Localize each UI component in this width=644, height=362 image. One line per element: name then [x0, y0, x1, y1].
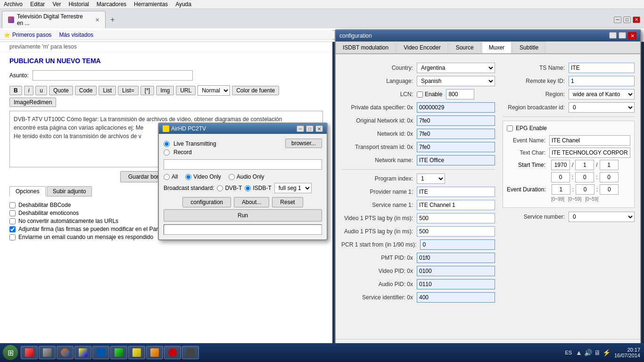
program-index-select[interactable]: 1 [417, 173, 445, 184]
bold-btn[interactable]: B [9, 86, 22, 95]
service-number-select[interactable]: 0 [569, 212, 635, 222]
pmt-pid-input[interactable] [417, 253, 495, 263]
cb-emoticonos[interactable] [9, 210, 16, 216]
menu-ver[interactable]: Ver [52, 1, 61, 8]
tray-icon-battery[interactable]: ⚡ [603, 349, 611, 356]
bookmark-visitados[interactable]: Más visitados [59, 32, 93, 38]
menu-archivo[interactable]: Archivo [4, 1, 23, 8]
config-close-btn[interactable]: ✕ [628, 32, 636, 40]
live-transmitting-radio[interactable] [164, 141, 170, 147]
start-btn[interactable]: ⊞ [3, 345, 18, 360]
about-btn[interactable]: About... [234, 197, 269, 207]
browser-maximize-btn[interactable]: □ [623, 16, 631, 23]
transport-stream-input[interactable] [417, 142, 495, 152]
img-btn[interactable]: Img [156, 86, 174, 95]
dur-hour-input[interactable] [552, 184, 570, 195]
taskbar-item-8[interactable] [164, 346, 181, 359]
tab-subtitle[interactable]: Subtitle [512, 41, 545, 53]
airhd-minimize-btn[interactable]: ─ [297, 125, 304, 132]
all-radio[interactable] [164, 174, 170, 180]
url-btn[interactable]: URL [176, 86, 196, 95]
list-eq-btn[interactable]: List= [118, 86, 139, 95]
asunto-input[interactable] [33, 70, 193, 81]
airhd-close-btn[interactable]: ✕ [315, 125, 323, 132]
clock[interactable]: 20:17 16/07/2014 [614, 347, 640, 358]
audio-pts-input[interactable] [417, 226, 495, 237]
browser-close-btn[interactable]: ✕ [633, 16, 640, 23]
cb-email[interactable] [9, 234, 16, 240]
region-broadcaster-select[interactable]: 0 [569, 102, 635, 113]
menu-historial[interactable]: Historial [68, 1, 89, 8]
format-select[interactable]: Normal [198, 85, 230, 96]
provider-name-input[interactable] [417, 187, 495, 197]
bookmark-primeros[interactable]: ⭐ Primeros pasos [4, 32, 51, 38]
dvbt-radio[interactable] [217, 185, 223, 191]
italic-btn[interactable]: i [24, 86, 34, 95]
dur-sec-input[interactable] [600, 184, 619, 195]
original-network-input[interactable] [417, 115, 495, 126]
start-min-input[interactable] [575, 172, 594, 182]
video-pts-input[interactable] [417, 213, 495, 223]
browser-minimize-btn[interactable]: ─ [614, 16, 621, 23]
cb-bbcode[interactable] [9, 202, 16, 208]
attach-tab[interactable]: Subir adjunto [47, 186, 92, 197]
quote-btn[interactable]: Quote [49, 86, 73, 95]
airhd-maximize-btn[interactable]: □ [306, 125, 314, 132]
list-star-btn[interactable]: [*] [140, 86, 154, 95]
config-minimize-btn[interactable]: ─ [609, 32, 617, 39]
tab-close-btn[interactable]: ✕ [95, 17, 99, 23]
text-char-input[interactable] [549, 148, 630, 158]
code-btn[interactable]: Code [75, 86, 97, 95]
audio-pid-input[interactable] [417, 279, 495, 289]
start-sec-input[interactable] [600, 172, 619, 182]
dur-min-input[interactable] [576, 184, 594, 195]
tray-icon-network[interactable]: 🖥 [594, 349, 601, 356]
new-tab-btn[interactable]: + [107, 14, 118, 26]
list-btn[interactable]: List [99, 86, 116, 95]
options-tab[interactable]: Opciones [9, 186, 46, 197]
tab-video-encoder[interactable]: Video Encoder [396, 41, 448, 53]
tab-source[interactable]: Source [449, 41, 481, 53]
color-btn[interactable]: Color de fuente [232, 86, 279, 95]
taskbar-item-6[interactable] [128, 346, 145, 359]
start-day-input[interactable] [600, 160, 619, 170]
menu-ayuda[interactable]: Ayuda [175, 1, 191, 8]
browser-tab[interactable]: Televisión Digital Terrestre en ... ✕ [2, 11, 106, 28]
reset-btn[interactable]: Reset [272, 197, 303, 207]
country-select[interactable]: Argentina [417, 63, 495, 73]
epg-enable-checkbox[interactable] [507, 125, 513, 132]
taskbar-item-9[interactable] [182, 346, 199, 359]
video-pid-input[interactable] [417, 266, 495, 276]
menu-herramientas[interactable]: Herramientas [134, 1, 168, 8]
cb-firma[interactable] [9, 226, 16, 232]
start-month-input[interactable] [575, 160, 594, 170]
network-id-input[interactable] [417, 129, 495, 139]
taskbar-item-explorer[interactable] [74, 346, 91, 359]
tab-muxer[interactable]: Muxer [482, 41, 512, 53]
isdbt-radio[interactable] [245, 185, 251, 191]
tab-isdbt[interactable]: ISDBT modulation [336, 41, 396, 53]
seg-select[interactable]: full seg 1 [274, 183, 312, 193]
event-name-input[interactable] [549, 135, 630, 146]
service-id-input[interactable] [417, 292, 495, 303]
browser-btn[interactable]: browser... [285, 139, 322, 148]
file-path-input[interactable] [164, 159, 322, 170]
image-redimen-btn[interactable]: ImageRedimen [9, 98, 56, 107]
configuration-btn[interactable]: configuration [182, 197, 231, 207]
remote-key-input[interactable] [569, 76, 635, 86]
taskbar-item-firefox[interactable] [57, 346, 74, 359]
taskbar-item-7[interactable] [146, 346, 163, 359]
run-btn[interactable]: Run [164, 209, 322, 222]
network-name-input[interactable] [417, 155, 495, 165]
publish-link[interactable]: PUBLICAR UN NUEVO TEMA [9, 57, 323, 65]
pcr-input[interactable] [420, 239, 495, 250]
ts-name-input[interactable] [569, 63, 635, 73]
video-only-radio[interactable] [185, 174, 191, 180]
cb-urls[interactable] [9, 218, 16, 224]
service-name-input[interactable] [417, 200, 495, 210]
taskbar-item-2[interactable] [39, 346, 56, 359]
record-radio[interactable] [164, 149, 170, 156]
taskbar-item-ie[interactable] [92, 346, 109, 359]
lcn-checkbox[interactable] [417, 91, 423, 98]
underline-btn[interactable]: u [35, 86, 47, 95]
